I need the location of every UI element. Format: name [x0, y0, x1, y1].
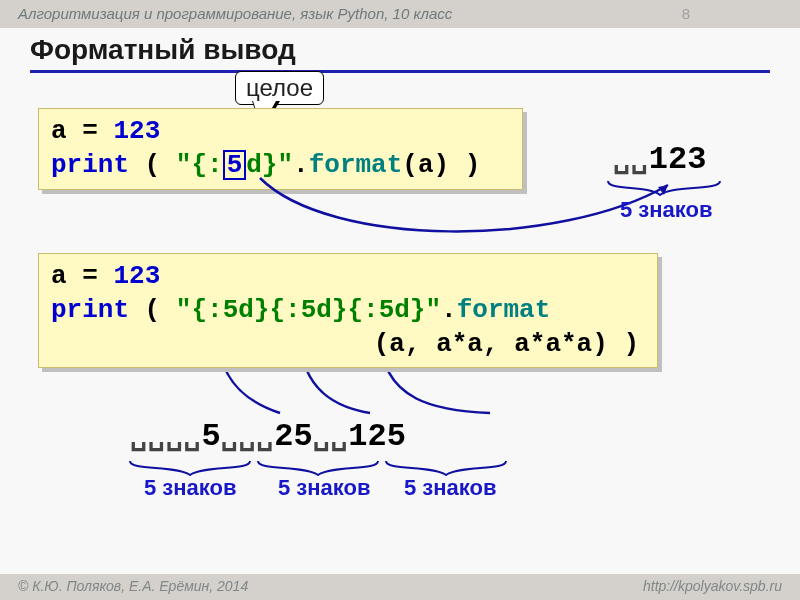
page-number: 8	[682, 6, 690, 22]
svg-marker-0	[658, 185, 668, 195]
code-block-1: a = 123 print ( "{:5d}".format(a) )	[38, 108, 523, 190]
code-text: (a) )	[402, 150, 480, 180]
output-padding: ␣␣	[313, 422, 349, 453]
code-text: .	[293, 150, 309, 180]
code-keyword: print	[51, 295, 129, 325]
output-2: ␣␣␣␣5␣␣␣25␣␣125	[130, 418, 406, 455]
code-literal: 123	[113, 116, 160, 146]
footer-url: http://kpolyakov.spb.ru	[643, 578, 782, 596]
brace-label-2c: 5 знаков	[404, 475, 497, 501]
code-string: d}"	[246, 150, 293, 180]
code-literal: 123	[113, 261, 160, 291]
format-width-highlight: 5	[223, 150, 247, 180]
code-method: format	[457, 295, 551, 325]
code-text: (	[129, 295, 176, 325]
brace-label-2b: 5 знаков	[278, 475, 371, 501]
brace-label-2a: 5 знаков	[144, 475, 237, 501]
code-text: (a, a*a, a*a*a) )	[374, 329, 639, 359]
code-text: a =	[51, 116, 113, 146]
output-padding: ␣␣␣␣	[130, 422, 201, 453]
code-string: "{:	[176, 150, 223, 180]
footer: © К.Ю. Поляков, Е.А. Ерёмин, 2014 http:/…	[0, 574, 800, 600]
footer-copyright: © К.Ю. Поляков, Е.А. Ерёмин, 2014	[18, 578, 248, 596]
code-text: a =	[51, 261, 113, 291]
output-value: 5	[201, 418, 220, 455]
callout-label: целое	[235, 71, 324, 105]
code-text: (	[129, 150, 176, 180]
code-string: "{:5d}{:5d}{:5d}"	[176, 295, 441, 325]
code-method: format	[309, 150, 403, 180]
output-value: 123	[649, 141, 707, 178]
header-bar: Алгоритмизация и программирование, язык …	[0, 0, 800, 28]
brace-label-1: 5 знаков	[620, 197, 713, 223]
output-value: 125	[348, 418, 406, 455]
slide-title: Форматный вывод	[0, 28, 800, 70]
code-keyword: print	[51, 150, 129, 180]
code-text: .	[441, 295, 457, 325]
breadcrumb: Алгоритмизация и программирование, язык …	[18, 5, 452, 22]
output-padding: ␣␣␣	[221, 422, 275, 453]
output-1: ␣␣123	[613, 141, 706, 178]
title-rule	[30, 70, 770, 73]
output-padding: ␣␣	[613, 145, 649, 176]
output-value: 25	[274, 418, 312, 455]
code-block-2: a = 123 print ( "{:5d}{:5d}{:5d}".format…	[38, 253, 658, 368]
